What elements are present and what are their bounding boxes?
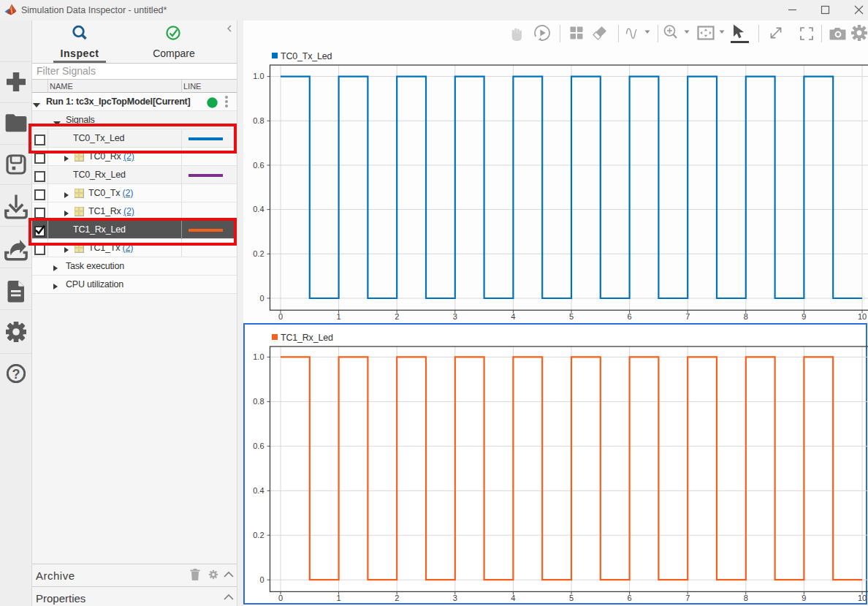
svg-text:0.4: 0.4 <box>253 205 264 213</box>
svg-text:0.8: 0.8 <box>253 397 264 406</box>
svg-text:4: 4 <box>511 312 515 321</box>
svg-text:7: 7 <box>685 312 690 321</box>
svg-text:1: 1 <box>337 312 341 321</box>
svg-text:0.4: 0.4 <box>253 486 264 495</box>
svg-text:0: 0 <box>259 294 264 303</box>
svg-text:10: 10 <box>858 594 867 602</box>
svg-text:0.6: 0.6 <box>253 161 264 170</box>
svg-text:6: 6 <box>628 312 632 321</box>
svg-text:9: 9 <box>802 312 806 321</box>
svg-text:0: 0 <box>278 312 283 321</box>
svg-text:2: 2 <box>395 594 399 602</box>
svg-text:3: 3 <box>453 312 457 321</box>
svg-text:6: 6 <box>628 594 632 602</box>
svg-text:7: 7 <box>685 594 690 602</box>
svg-text:1.0: 1.0 <box>253 352 264 361</box>
svg-text:?: ? <box>12 367 20 382</box>
svg-text:5: 5 <box>569 312 574 321</box>
svg-text:0.8: 0.8 <box>253 116 264 125</box>
svg-text:3: 3 <box>453 594 457 602</box>
svg-text:1.0: 1.0 <box>253 72 264 80</box>
svg-text:0: 0 <box>259 575 264 584</box>
svg-text:8: 8 <box>744 312 748 321</box>
svg-text:0.2: 0.2 <box>253 531 264 539</box>
svg-text:0: 0 <box>278 594 283 602</box>
svg-text:1: 1 <box>337 594 341 602</box>
svg-text:0.6: 0.6 <box>253 442 264 450</box>
svg-text:4: 4 <box>511 594 515 602</box>
svg-text:2: 2 <box>395 312 399 321</box>
svg-text:8: 8 <box>744 594 748 602</box>
svg-text:5: 5 <box>569 594 574 602</box>
svg-text:10: 10 <box>858 312 867 321</box>
svg-text:9: 9 <box>802 594 806 602</box>
svg-text:0.2: 0.2 <box>253 249 264 258</box>
